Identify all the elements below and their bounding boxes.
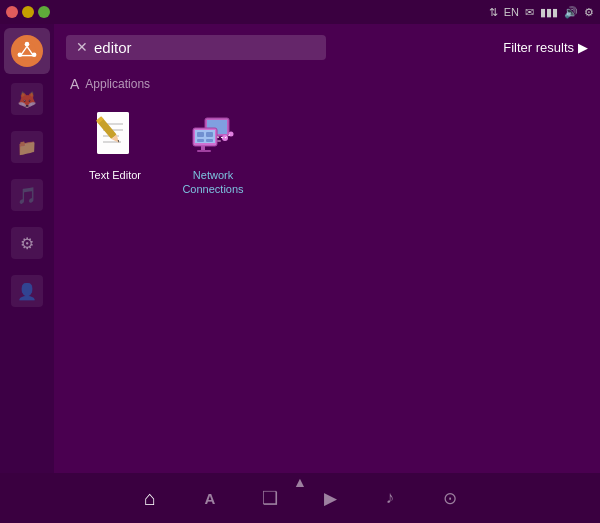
- close-button[interactable]: [6, 6, 18, 18]
- bottom-music-icon[interactable]: ♪: [372, 480, 408, 516]
- app-network-connections[interactable]: Network Connections: [168, 104, 258, 203]
- ubuntu-logo: [11, 35, 43, 67]
- maximize-button[interactable]: [38, 6, 50, 18]
- keyboard-layout-icon: EN: [504, 6, 519, 18]
- svg-rect-25: [197, 150, 211, 152]
- top-bar: ⇅ EN ✉ ▮▮▮ 🔊 ⚙: [0, 0, 600, 24]
- search-wrapper[interactable]: ✕: [66, 35, 326, 60]
- search-bar: ✕ Filter results ▶: [54, 24, 600, 70]
- section-applications: A Applications: [54, 70, 600, 96]
- svg-rect-22: [197, 139, 204, 142]
- sidebar-item-files[interactable]: 📁: [4, 124, 50, 170]
- applications-icon: A: [70, 76, 79, 92]
- volume-icon: 🔊: [564, 6, 578, 19]
- apps-grid: Text Editor: [54, 96, 600, 211]
- text-editor-svg: [91, 110, 139, 162]
- bottom-photos-icon[interactable]: ⊙: [432, 480, 468, 516]
- svg-rect-20: [197, 132, 204, 137]
- svg-point-1: [25, 42, 30, 47]
- app-text-editor[interactable]: Text Editor: [70, 104, 160, 203]
- firefox-icon: 🦊: [11, 83, 43, 115]
- network-connections-icon-area: [187, 110, 239, 162]
- filter-results-button[interactable]: Filter results ▶: [503, 40, 588, 55]
- transfer-icon: ⇅: [489, 6, 498, 19]
- mail-icon: ✉: [525, 6, 534, 19]
- scroll-up-arrow: ▲: [293, 474, 307, 490]
- avatar-icon: 👤: [11, 275, 43, 307]
- applications-label: Applications: [85, 77, 150, 91]
- network-connections-label: Network Connections: [174, 168, 252, 197]
- bottom-video-icon[interactable]: ▶: [312, 480, 348, 516]
- sidebar-item-settings[interactable]: ⚙: [4, 220, 50, 266]
- network-connections-svg: [187, 110, 239, 162]
- search-input[interactable]: [94, 39, 294, 56]
- svg-rect-21: [206, 132, 213, 137]
- sidebar-item-music[interactable]: 🎵: [4, 172, 50, 218]
- sidebar-item-avatar[interactable]: 👤: [4, 268, 50, 314]
- system-tray: ⇅ EN ✉ ▮▮▮ 🔊 ⚙: [489, 6, 594, 19]
- bottom-bar: ▲ ⌂ A ❑ ▶ ♪ ⊙: [0, 473, 600, 523]
- sidebar: 🦊 📁 🎵 ⚙ 👤: [0, 24, 54, 473]
- bottom-home-icon[interactable]: ⌂: [132, 480, 168, 516]
- window-controls: [6, 6, 50, 18]
- sidebar-item-ubuntu[interactable]: [4, 28, 50, 74]
- files-icon: 📁: [11, 131, 43, 163]
- filter-results-label: Filter results: [503, 40, 574, 55]
- main-layout: 🦊 📁 🎵 ⚙ 👤 ✕ Filter results ▶: [0, 24, 600, 473]
- sidebar-item-firefox[interactable]: 🦊: [4, 76, 50, 122]
- battery-icon: ▮▮▮: [540, 6, 558, 19]
- search-clear-icon[interactable]: ✕: [76, 39, 88, 55]
- music-icon: 🎵: [11, 179, 43, 211]
- bottom-apps-icon[interactable]: A: [192, 480, 228, 516]
- content-area: ✕ Filter results ▶ A Applications: [54, 24, 600, 473]
- bottom-files-icon[interactable]: ❑: [252, 480, 288, 516]
- text-editor-icon-area: [89, 110, 141, 162]
- gear-icon: ⚙: [11, 227, 43, 259]
- filter-arrow-icon: ▶: [578, 40, 588, 55]
- settings-icon[interactable]: ⚙: [584, 6, 594, 19]
- minimize-button[interactable]: [22, 6, 34, 18]
- svg-rect-23: [206, 139, 213, 142]
- text-editor-label: Text Editor: [89, 168, 141, 182]
